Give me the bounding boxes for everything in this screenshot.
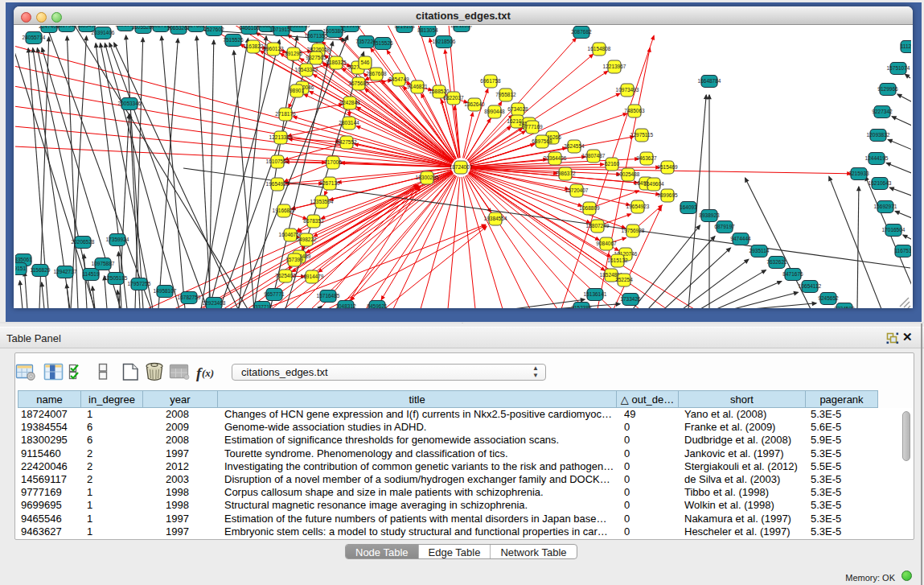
svg-text:6734028: 6734028: [507, 106, 528, 112]
svg-text:6897568: 6897568: [532, 138, 552, 144]
svg-text:8960123: 8960123: [263, 46, 284, 51]
svg-text:157399: 157399: [285, 257, 303, 262]
svg-text:12505185: 12505185: [105, 275, 128, 281]
svg-text:12093832: 12093832: [867, 132, 890, 138]
svg-text:99151: 99151: [15, 266, 26, 271]
svg-text:8427552: 8427552: [336, 139, 357, 145]
svg-text:1048312: 1048312: [335, 303, 356, 308]
svg-text:9245652: 9245652: [818, 295, 839, 301]
svg-text:15751074: 15751074: [887, 65, 910, 71]
svg-text:12213967: 12213967: [603, 64, 626, 69]
svg-text:1649604: 1649604: [643, 181, 664, 187]
svg-text:8822037: 8822037: [443, 95, 464, 101]
svg-text:1163822: 1163822: [244, 43, 264, 49]
svg-text:16782759: 16782759: [178, 295, 201, 300]
svg-text:16210643: 16210643: [869, 180, 892, 186]
svg-text:98901: 98901: [290, 88, 304, 93]
svg-text:62160: 62160: [605, 161, 619, 167]
svg-text:8186325: 8186325: [326, 60, 347, 65]
svg-text:(x): (x): [202, 367, 214, 379]
svg-text:8454749: 8454749: [388, 76, 409, 82]
svg-text:18300295: 18300295: [416, 175, 439, 180]
svg-text:3624554: 3624554: [564, 143, 585, 149]
svg-text:18807249: 18807249: [586, 223, 610, 229]
svg-text:20364436: 20364436: [544, 155, 567, 161]
svg-text:19166827: 19166827: [273, 208, 296, 213]
svg-text:12444195: 12444195: [865, 155, 889, 161]
svg-text:12942737: 12942737: [54, 269, 77, 274]
svg-text:16154808: 16154808: [588, 46, 611, 51]
svg-text:15136141: 15136141: [584, 291, 607, 297]
svg-text:2803144: 2803144: [339, 120, 359, 126]
svg-text:9337710: 9337710: [252, 304, 273, 308]
svg-text:7632621: 7632621: [766, 259, 787, 265]
svg-text:6961758: 6961758: [480, 78, 501, 84]
svg-text:116753: 116753: [894, 248, 911, 253]
svg-text:18381259: 18381259: [287, 26, 310, 28]
svg-text:8471676: 8471676: [782, 271, 803, 277]
svg-text:16107552: 16107552: [266, 159, 290, 164]
svg-text:20053346: 20053346: [118, 101, 142, 106]
svg-text:8990448: 8990448: [484, 109, 505, 114]
svg-text:9899695: 9899695: [657, 192, 678, 198]
svg-text:8678352: 8678352: [303, 218, 324, 224]
svg-text:19654923: 19654923: [626, 204, 650, 209]
svg-text:10973493: 10973493: [616, 87, 639, 93]
svg-text:10975887: 10975887: [92, 261, 115, 266]
svg-text:16648784: 16648784: [698, 78, 721, 84]
svg-text:14958107: 14958107: [154, 288, 177, 294]
svg-text:9146821: 9146821: [407, 84, 428, 89]
svg-text:19756928: 19756928: [622, 228, 645, 233]
svg-text:1527602: 1527602: [203, 27, 224, 32]
svg-text:19218506: 19218506: [433, 39, 456, 44]
svg-text:17016504: 17016504: [882, 227, 906, 233]
svg-text:3675685: 3675685: [348, 80, 369, 86]
svg-text:9219103: 9219103: [340, 26, 361, 28]
svg-text:15692971: 15692971: [874, 204, 897, 209]
svg-text:835061: 835061: [15, 257, 32, 262]
svg-text:3215933: 3215933: [848, 171, 869, 176]
svg-text:1733426: 1733426: [620, 296, 641, 302]
svg-text:10807487: 10807487: [582, 153, 606, 159]
svg-text:8459621: 8459621: [367, 303, 388, 308]
svg-text:7955812: 7955812: [495, 92, 516, 97]
svg-text:9227342: 9227342: [872, 109, 893, 114]
svg-text:15716485: 15716485: [317, 293, 340, 299]
svg-text:19654925: 19654925: [266, 181, 290, 187]
svg-text:20206528: 20206528: [72, 239, 95, 245]
svg-text:9474444: 9474444: [730, 236, 751, 241]
svg-text:2867608: 2867608: [366, 71, 387, 76]
svg-text:2087682: 2087682: [571, 29, 592, 35]
svg-text:111263: 111263: [901, 43, 911, 49]
svg-text:9657771: 9657771: [264, 291, 285, 297]
svg-text:114519: 114519: [82, 271, 100, 277]
svg-text:12353594: 12353594: [310, 199, 334, 204]
svg-text:7986372: 7986372: [555, 171, 576, 176]
svg-text:9129966: 9129966: [877, 86, 898, 92]
svg-text:1588520: 1588520: [429, 89, 450, 94]
svg-text:9777169: 9777169: [522, 124, 543, 130]
svg-text:10025488: 10025488: [617, 171, 640, 177]
svg-text:7485063: 7485063: [624, 108, 645, 113]
svg-text:12923468: 12923468: [203, 300, 226, 306]
svg-text:17957255: 17957255: [128, 281, 151, 286]
svg-text:5498222: 5498222: [296, 237, 317, 242]
svg-text:16914479: 16914479: [301, 274, 324, 279]
svg-text:10543342: 10543342: [295, 67, 318, 72]
svg-text:8938923: 8938923: [699, 212, 720, 218]
svg-text:12213389: 12213389: [269, 134, 293, 140]
svg-text:9463627: 9463627: [636, 155, 657, 161]
svg-text:9327505: 9327505: [306, 55, 326, 60]
svg-text:1362640: 1362640: [464, 101, 485, 107]
svg-text:8267130: 8267130: [319, 180, 340, 186]
svg-text:546: 546: [361, 60, 370, 65]
svg-text:12975115: 12975115: [630, 132, 654, 138]
svg-text:1156829: 1156829: [31, 267, 51, 273]
svg-text:8813054: 8813054: [417, 27, 438, 33]
svg-text:9219103: 9219103: [394, 26, 415, 29]
svg-text:8817949: 8817949: [56, 26, 77, 28]
svg-text:9883497: 9883497: [76, 26, 97, 28]
svg-text:17359924: 17359924: [106, 237, 129, 242]
svg-text:7515526: 7515526: [223, 37, 244, 43]
svg-text:6879197: 6879197: [714, 224, 735, 229]
